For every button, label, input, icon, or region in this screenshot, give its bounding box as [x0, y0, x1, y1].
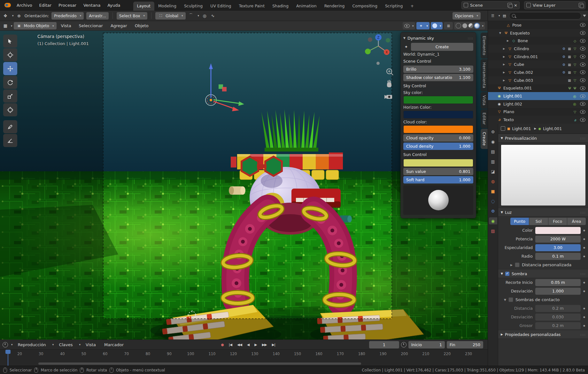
eye-icon[interactable] — [580, 102, 585, 106]
eye-icon[interactable] — [580, 31, 585, 35]
panel-grip-icon[interactable]: :::: — [468, 36, 473, 40]
timeline-menu-reproduccion[interactable]: Reproducción — [15, 342, 49, 348]
sun-value-slider[interactable]: Sun value 0.801 — [403, 168, 473, 175]
menu-ayuda[interactable]: Ayuda — [104, 2, 123, 8]
filter-icon[interactable] — [583, 15, 586, 17]
sidebar-tab-create[interactable]: Create — [481, 129, 488, 149]
viewport-menu-seleccionar[interactable]: Seleccionar — [76, 23, 106, 29]
soft-hard-slider[interactable]: Soft hard 1.000 — [403, 176, 473, 183]
preset-dropdown[interactable]: Predefinido ▾ — [51, 12, 84, 19]
blender-logo-icon[interactable] — [4, 3, 11, 7]
cursor-tool-button[interactable] — [3, 48, 17, 61]
shading-solid-icon[interactable] — [462, 23, 467, 28]
visibility-toggle[interactable]: ▾ — [403, 22, 415, 29]
shading-material-icon[interactable] — [468, 23, 473, 28]
timeline-menu-marcador[interactable]: Marcador — [101, 342, 127, 348]
tool-tab-icon[interactable]: ⚙ — [489, 128, 497, 135]
eye-icon[interactable] — [580, 110, 585, 114]
camera-view-icon[interactable] — [384, 95, 392, 99]
workspace-tab-sculpting[interactable]: Sculpting — [180, 2, 206, 11]
sidebar-tab-vista[interactable]: Vista — [481, 92, 488, 109]
expand-icon[interactable]: ▶ — [502, 63, 506, 66]
outliner-row-bone[interactable]: ▶ ◇ Bone ◇ — [488, 37, 588, 45]
timeline-scrollbar[interactable] — [38, 362, 361, 365]
frame-end-field[interactable]: Fin 250 — [447, 341, 483, 348]
scene-tab-icon[interactable]: ◪ — [489, 168, 497, 175]
recorte-field[interactable]: 0.05 m — [535, 279, 581, 286]
outliner-row-light-001[interactable]: ◉ Light.001 ◎ — [488, 92, 588, 100]
collapse-icon[interactable]: ▼ — [403, 36, 406, 40]
sun-color-swatch[interactable] — [403, 159, 473, 167]
keyframe-dot[interactable]: ● — [583, 246, 586, 249]
tweak-tool-button[interactable] — [3, 35, 17, 48]
workspace-tab-animation[interactable]: Animation — [292, 2, 321, 11]
menu-editar[interactable]: Editar — [36, 2, 55, 8]
output-tab-icon[interactable]: ▤ — [489, 148, 497, 155]
workspace-tab-modeling[interactable]: Modeling — [154, 2, 180, 11]
frame-start-field[interactable]: Inicio 1 — [408, 341, 445, 348]
expand-icon[interactable]: ▶ — [510, 263, 513, 267]
light-type-sol[interactable]: Sol — [529, 218, 548, 225]
shadow-saturation-slider[interactable]: Shadow color saturatio 1.100 — [403, 74, 473, 81]
add-workspace-button[interactable]: + — [406, 2, 417, 11]
cloud-color-swatch[interactable] — [403, 125, 473, 133]
eye-icon[interactable] — [580, 55, 585, 58]
custom-properties-header[interactable]: ▶ Propiedades personalizadas :::: — [498, 330, 588, 339]
eye-icon[interactable] — [580, 70, 585, 74]
transform-tool-button[interactable] — [3, 103, 17, 116]
physics-tab-icon[interactable]: ◌ — [489, 198, 497, 205]
modifiers-tab-icon[interactable]: ⚙ — [489, 207, 497, 214]
cloud-opacity-slider[interactable]: Cloud opacity 0.000 — [403, 134, 473, 142]
eye-icon[interactable] — [580, 39, 585, 43]
shading-wireframe-icon[interactable] — [456, 23, 461, 28]
expand-icon[interactable]: ▶ — [502, 47, 506, 50]
outliner-row-plano[interactable]: ▽ Plano ▽ — [488, 108, 588, 116]
workspace-tab-uv-editing[interactable]: UV Editing — [206, 2, 235, 11]
viewport-menu-objeto[interactable]: Objeto — [132, 23, 152, 29]
search-input[interactable] — [517, 13, 578, 18]
sidebar-tab-editar[interactable]: Editar — [481, 109, 488, 128]
sidebar-tab-elemento[interactable]: Elemento — [481, 33, 488, 58]
outliner-row-cilindro[interactable]: ▶ ▽ Cilindro ⚙ ▦ ▽ — [488, 45, 588, 53]
display-mode-icon[interactable]: ▤ — [502, 13, 507, 19]
timeline-menu-vista[interactable]: Vista — [82, 342, 99, 348]
select-mode-dropdown[interactable]: Select Box ▾ — [117, 12, 147, 19]
keyframe-dot[interactable]: ● — [583, 255, 586, 258]
outliner-row-pose[interactable]: △ Pose — [488, 21, 588, 29]
snap-magnet-icon[interactable]: ⌒ — [188, 13, 194, 19]
menu-archivo[interactable]: Archivo — [13, 2, 35, 8]
keyframe-dot[interactable]: ● — [583, 238, 586, 240]
viewport-canvas[interactable]: Z X Cámara (perspectiva) (1) Collection … — [0, 31, 488, 339]
radio-field[interactable]: 0.1 m — [535, 253, 581, 260]
properties-editor-icon[interactable] — [501, 126, 505, 131]
desviacion-field[interactable]: 1.000 — [535, 288, 581, 295]
light-type-punto[interactable]: Punto — [510, 218, 529, 225]
workspace-tab-layout[interactable]: Layout — [133, 2, 155, 11]
jump-to-end-button[interactable]: ▶| — [270, 342, 277, 347]
sombra-checkbox[interactable] — [505, 271, 510, 276]
sombra-panel-header[interactable]: ▼ Sombra :::: — [498, 269, 588, 278]
keyframe-dot[interactable]: ● — [583, 281, 586, 284]
move-tool-button[interactable] — [3, 62, 17, 75]
light-color-swatch[interactable] — [535, 227, 581, 234]
horizon-color-swatch[interactable] — [403, 111, 473, 119]
expand-icon[interactable]: ▶ — [502, 79, 506, 82]
especularidad-slider[interactable]: 3.00 — [535, 244, 581, 251]
options-dropdown[interactable]: Opciones ▾ — [453, 12, 481, 19]
texture-tab-icon[interactable]: ▨ — [489, 227, 497, 234]
outliner-row-esqueleto[interactable]: ▼ Ψ Esqueleto — [488, 29, 588, 37]
keyframe-dot[interactable]: ● — [583, 307, 586, 310]
xray-toggle[interactable]: ▥ — [444, 22, 453, 29]
eye-icon[interactable] — [580, 47, 585, 51]
view-layer-selector[interactable]: View Layer — [524, 1, 585, 9]
world-tab-icon[interactable]: ◍ — [489, 178, 497, 185]
expand-icon[interactable]: ▶ — [502, 55, 506, 58]
eye-icon[interactable] — [580, 86, 585, 90]
transform-orientation-dropdown[interactable]: ⛶ Global ▾ — [155, 12, 185, 19]
preview-panel-header[interactable]: ▼ Previsualización :::: — [498, 134, 588, 143]
eye-icon[interactable] — [580, 94, 585, 98]
cloud-density-slider[interactable]: Cloud density 1.000 — [403, 143, 473, 150]
timeline-editor-icon[interactable] — [3, 342, 8, 347]
object-data-tab-icon[interactable]: ◉ — [489, 217, 497, 224]
pan-hand-icon[interactable] — [387, 80, 391, 87]
